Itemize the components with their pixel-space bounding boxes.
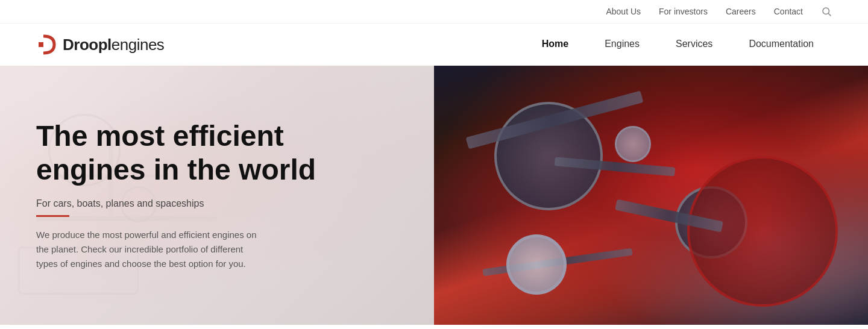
hero-divider: [36, 215, 69, 217]
nav-engines[interactable]: Engines: [587, 24, 658, 66]
svg-rect-3: [39, 36, 43, 42]
nav-home[interactable]: Home: [524, 24, 587, 66]
top-bar: About Us For investors Careers Contact: [0, 0, 868, 24]
hero-right-bg: [434, 66, 868, 325]
hero-content: The most efficient engines in the world …: [0, 66, 434, 325]
top-nav-about-us[interactable]: About Us: [606, 7, 641, 16]
logo-icon: [36, 34, 58, 55]
hero-description: We produce the most powerful and efficie…: [36, 228, 265, 271]
svg-line-1: [828, 13, 831, 16]
site-header: About Us For investors Careers Contact D…: [0, 0, 868, 66]
top-nav-contact[interactable]: Contact: [774, 7, 803, 16]
main-header: Drooplengines Home Engines Services Docu…: [0, 24, 868, 66]
logo-area: Drooplengines: [36, 34, 524, 55]
nav-documentation[interactable]: Documentation: [731, 24, 832, 66]
svg-point-0: [823, 8, 829, 14]
hero-section: The most efficient engines in the world …: [0, 66, 868, 325]
hero-title: The most efficient engines in the world: [36, 119, 398, 186]
search-button[interactable]: [821, 6, 832, 17]
top-nav-for-investors[interactable]: For investors: [659, 7, 708, 16]
nav-services[interactable]: Services: [658, 24, 731, 66]
top-nav-careers[interactable]: Careers: [726, 7, 756, 16]
main-navigation: Home Engines Services Documentation: [524, 24, 832, 66]
hero-subtitle: For cars, boats, planes and spaceships: [36, 198, 398, 209]
svg-rect-4: [39, 47, 43, 53]
logo-text: Drooplengines: [63, 36, 164, 54]
search-icon: [821, 6, 832, 17]
